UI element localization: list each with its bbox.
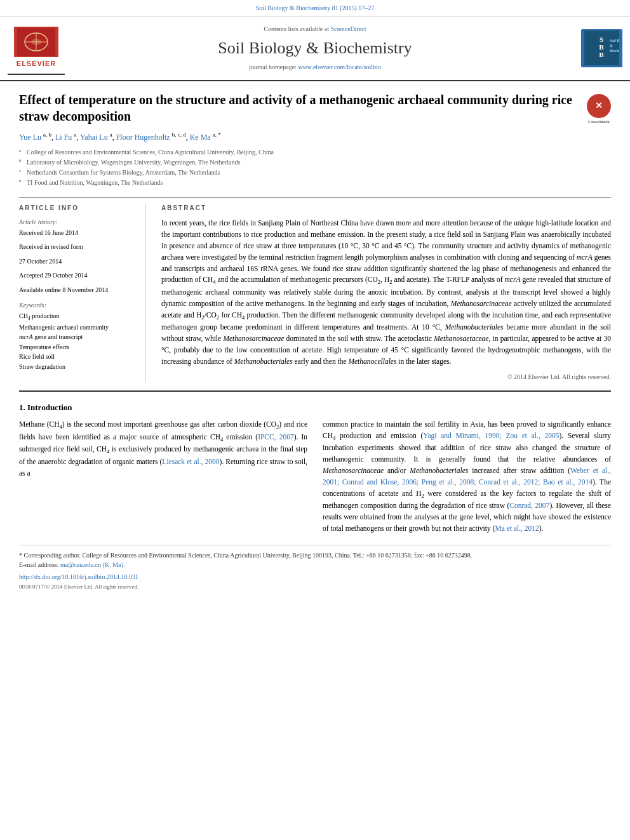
email-line: E-mail address: ma@cau.edu.cn (K. Ma). [19,560,611,570]
keywords-heading: Keywords: [19,301,135,310]
journal-homepage: journal homepage: www.elsevier.com/locat… [71,63,559,72]
author-yahai-lu: Yahai Lu a, [80,133,116,142]
section-divider-thick [19,390,611,392]
article-info-panel: ARTICLE INFO Article history: Received 1… [19,204,146,382]
author-floor-hugenholtz: Floor Hugenholtz b, c, d, [116,133,190,142]
journal-logo-right: S B B Soil Biology & Biochemistry [565,29,622,67]
email-link[interactable]: ma@cau.edu.cn (K. Ma). [60,561,124,568]
author-yue-lu: Yue Lu a, b, [19,133,55,142]
svg-text:Biochemistry: Biochemistry [610,49,619,53]
keyword-1: CH4 production [19,312,135,323]
abstract-heading: ABSTRACT [161,204,611,213]
introduction-section: 1. Introduction Methane (CH4) is the sec… [19,402,611,535]
keyword-4: Temperature effects [19,343,135,352]
science-direct-link[interactable]: ScienceDirect [330,25,366,32]
affiliations: a College of Resources and Environmental… [19,147,611,188]
copyright-line: © 2014 Elsevier Ltd. All rights reserved… [161,373,611,382]
authors-line: Yue Lu a, b, Li Fu a, Yahai Lu a, Floor … [19,131,611,143]
liesack-ref[interactable]: Liesack et al., 2000 [162,458,219,465]
journal-center: Contents lists available at ScienceDirec… [65,25,565,72]
journal-citation-bar: Soil Biology & Biochemistry 81 (2015) 17… [0,0,630,17]
revised-date: 27 October 2014 [19,257,135,267]
received-date: Received 16 June 2014 [19,229,135,238]
keyword-6: Straw degradation [19,363,135,372]
abstract-text: In recent years, the rice fields in Sanj… [161,218,611,367]
affil-a: a College of Resources and Environmental… [19,147,611,157]
affil-c: c Netherlands Consortium for Systems Bio… [19,168,611,178]
sbb-logo-icon: S B B Soil Biology & Biochemistry [581,29,622,67]
svg-text:&: & [610,44,613,48]
license-line: 0038-0717/© 2014 Elsevier Ltd. All right… [19,583,611,592]
svg-point-4 [31,39,41,45]
intro-col-right: common practice to maintain the soil fer… [323,419,611,535]
elsevier-label: ELSEVIER [17,59,56,69]
crossmark-badge: ✕ CrossMark [587,94,611,118]
article-content: Effect of temperature on the structure a… [0,81,630,601]
doi-line: http://dx.doi.org/10.1016/j.soilbio.2014… [19,572,611,582]
page: Soil Biology & Biochemistry 81 (2015) 17… [0,0,630,840]
revised-label: Received in revised form [19,243,135,252]
author-ke-ma: Ke Ma a, * [190,133,221,142]
keywords-section: Keywords: CH4 production Methanogenic ar… [19,301,135,371]
email-label: E-mail address: [19,561,58,568]
history-label: Article history: [19,218,135,227]
accepted-date: Accepted 29 October 2014 [19,271,135,281]
available-date: Available online 8 November 2014 [19,286,135,295]
svg-text:S: S [600,36,603,43]
journal-title: Soil Biology & Biochemistry [71,36,559,60]
keyword-3: mcrA gene and transcript [19,333,135,342]
article-title-section: Effect of temperature on the structure a… [19,91,611,124]
keyword-5: Rice field soil [19,352,135,362]
abstract-panel: ABSTRACT In recent years, the rice field… [161,204,611,382]
intro-body: Methane (CH4) is the second most importa… [19,419,611,535]
yagi-ref[interactable]: Yagi and Minami, 1990; Zou et al., 2005 [423,432,559,439]
intro-heading: 1. Introduction [19,402,611,414]
keyword-2: Methanogenic archaeal community [19,323,135,333]
article-info-heading: ARTICLE INFO [19,204,135,213]
journal-header: ELSEVIER Contents lists available at Sci… [0,17,630,82]
elsevier-logo-left: ELSEVIER [8,22,65,76]
science-direct-text: Contents lists available at ScienceDirec… [71,25,559,34]
svg-text:Soil Biology: Soil Biology [610,39,619,43]
intro-col-left: Methane (CH4) is the second most importa… [19,419,307,535]
article-title: Effect of temperature on the structure a… [19,91,580,124]
crossmark-icon: ✕ [587,94,611,118]
elsevier-logo-icon [14,27,58,57]
affil-d: d TI Food and Nutrition, Wageningen, The… [19,178,611,188]
conrad-ref[interactable]: Conrad, 2007 [509,502,549,509]
author-li-fu: Li Fu a, [55,133,80,142]
journal-citation: Soil Biology & Biochemistry 81 (2015) 17… [256,4,375,11]
footnote-area: * Corresponding author. College of Resou… [19,545,611,592]
svg-text:B: B [599,43,604,51]
doi-link[interactable]: http://dx.doi.org/10.1016/j.soilbio.2014… [19,573,138,580]
corresponding-author-note: * Corresponding author. College of Resou… [19,550,611,560]
journal-homepage-link[interactable]: www.elsevier.com/locate/soilbio [298,63,380,70]
ma-ref[interactable]: Ma et al., 2012 [495,524,539,532]
ipcc-ref[interactable]: IPCC, 2007 [258,433,294,441]
affil-b: b Laboratory of Microbiology, Wageningen… [19,157,611,168]
svg-text:B: B [599,51,604,58]
article-info-abstract: ARTICLE INFO Article history: Received 1… [19,197,611,382]
